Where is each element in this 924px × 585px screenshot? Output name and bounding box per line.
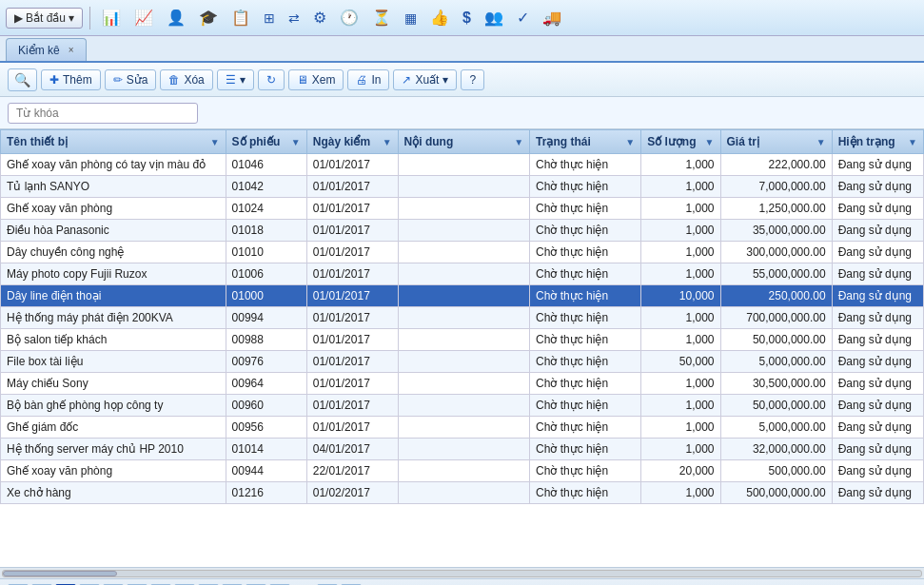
col-ten-thiet-bi: Tên thiết bị ▼ — [1, 130, 226, 154]
cell-so_luong: 1,000 — [641, 417, 720, 439]
cell-ngay_kiem: 01/01/2017 — [306, 329, 398, 351]
check-icon-btn[interactable]: ✓ — [512, 7, 534, 29]
graduation-icon-btn[interactable]: 🎓 — [194, 7, 223, 29]
search-toolbar-icon[interactable]: 🔍 — [8, 68, 37, 91]
cell-trang_thai: Chờ thực hiện — [530, 263, 641, 285]
refresh-button[interactable]: ↻ — [258, 69, 285, 90]
filter-hien-trang-icon[interactable]: ▼ — [908, 137, 917, 147]
table-row[interactable]: Ghế giám đốc0095601/01/2017Chờ thực hiện… — [1, 417, 924, 439]
export-label: Xuất — [415, 73, 439, 87]
cell-hien_trang: Đang sử dụng — [832, 373, 923, 395]
grid-icon-btn[interactable]: ▦ — [400, 9, 422, 28]
table-row[interactable]: Dây chuyền công nghệ0101001/01/2017Chờ t… — [1, 242, 924, 263]
cell-trang_thai: Chờ thực hiện — [530, 307, 641, 329]
person2-icon-btn[interactable]: 👥 — [480, 7, 508, 29]
thumb-icon-btn[interactable]: 👍 — [425, 7, 454, 29]
view-button[interactable]: 🖥 Xem — [288, 69, 344, 90]
cell-hien_trang: Đang sử dụng — [832, 285, 923, 307]
col-so-luong: Số lượng ▼ — [641, 130, 720, 154]
filter-noi-dung-icon[interactable]: ▼ — [514, 137, 523, 147]
tab-label: Kiểm kê — [18, 44, 60, 57]
help-button[interactable]: ? — [461, 69, 484, 90]
table-row[interactable]: Bộ salon tiếp khách0098801/01/2017Chờ th… — [1, 329, 924, 351]
table-row[interactable]: Ghế xoay văn phòng0102401/01/2017Chờ thự… — [1, 198, 924, 220]
export-button[interactable]: ↗ Xuất ▾ — [393, 69, 457, 90]
cell-ten_thiet_bi: Tủ lạnh SANYO — [1, 176, 226, 198]
cell-noi_dung — [398, 285, 529, 307]
cell-gia_tri: 1,250,000.00 — [720, 198, 832, 220]
scrollbar-area[interactable] — [0, 567, 924, 578]
cell-hien_trang: Đang sử dụng — [832, 351, 923, 373]
table-icon-btn[interactable]: ⊞ — [259, 9, 280, 28]
start-label: Bắt đầu — [26, 11, 66, 25]
document-icon-btn[interactable]: 📋 — [226, 7, 255, 29]
cell-hien_trang: Đang sử dụng — [832, 220, 923, 242]
truck-icon-btn[interactable]: 🚚 — [538, 7, 566, 29]
cell-noi_dung — [398, 176, 529, 198]
table-row[interactable]: Ghế xoay văn phòng có tay vịn màu đỏ0104… — [1, 154, 924, 176]
table-row[interactable]: Điều hòa Panasonic0101801/01/2017Chờ thự… — [1, 220, 924, 242]
filter-ngay-kiem-icon[interactable]: ▼ — [383, 137, 392, 147]
start-dropdown-icon: ▾ — [69, 11, 74, 25]
cell-ngay_kiem: 01/01/2017 — [306, 351, 398, 373]
cell-so_luong: 1,000 — [641, 395, 720, 417]
bar-chart-icon-btn[interactable]: 📈 — [129, 7, 158, 29]
cell-so_luong: 1,000 — [641, 198, 720, 220]
cell-trang_thai: Chờ thực hiện — [530, 242, 641, 263]
table-row[interactable]: Máy photo copy Fujii Ruzox0100601/01/201… — [1, 263, 924, 285]
filter-so-phieu-icon[interactable]: ▼ — [291, 137, 301, 147]
transfer-icon-btn[interactable]: ⇄ — [284, 9, 305, 28]
cell-ngay_kiem: 01/01/2017 — [306, 307, 398, 329]
cell-so_phieu: 01014 — [226, 439, 306, 460]
table-row[interactable]: Hệ thống máy phát điện 200KVA0099401/01/… — [1, 307, 924, 329]
dollar-icon-btn[interactable]: $ — [458, 8, 476, 29]
cell-trang_thai: Chờ thực hiện — [530, 154, 641, 176]
help-label: ? — [469, 73, 476, 87]
cell-noi_dung — [398, 263, 529, 285]
filter-gia-tri-icon[interactable]: ▼ — [816, 137, 826, 147]
filter-ten-thiet-bi-icon[interactable]: ▼ — [210, 137, 220, 147]
table-row[interactable]: Máy chiếu Sony0096401/01/2017Chờ thực hi… — [1, 373, 924, 395]
list-button[interactable]: ☰ ▾ — [217, 69, 254, 90]
edit-button[interactable]: ✏ Sửa — [105, 69, 157, 90]
table-row[interactable]: Bộ bàn ghế phòng họp công ty0096001/01/2… — [1, 395, 924, 417]
filter-trang-thai-icon[interactable]: ▼ — [625, 137, 635, 147]
tab-close-icon[interactable]: × — [69, 45, 74, 55]
print-button[interactable]: 🖨 In — [347, 69, 389, 90]
add-button[interactable]: ✚ Thêm — [41, 69, 101, 90]
start-icon: ▶ — [14, 11, 23, 25]
table-row[interactable]: Hệ thống server máy chủ HP 20100101404/0… — [1, 439, 924, 460]
delete-button[interactable]: 🗑 Xóa — [160, 69, 212, 90]
table-row[interactable]: File box tài liệu0097601/01/2017Chờ thực… — [1, 351, 924, 373]
cell-so_phieu: 01024 — [226, 198, 306, 220]
search-input[interactable] — [8, 103, 198, 124]
cell-hien_trang: Đang sử dụng — [832, 263, 923, 285]
data-table: Tên thiết bị ▼ Số phiếu ▼ Ngày kiểm ▼ — [0, 129, 924, 504]
scrollbar-track[interactable] — [2, 570, 922, 577]
cell-ten_thiet_bi: Điều hòa Panasonic — [1, 220, 226, 242]
clock-icon-btn[interactable]: 🕐 — [335, 7, 364, 29]
hourglass-icon-btn[interactable]: ⏳ — [367, 7, 396, 29]
cell-ngay_kiem: 01/01/2017 — [306, 242, 398, 263]
table-row[interactable]: Xe chở hàng0121601/02/2017Chờ thực hiện1… — [1, 482, 924, 504]
cell-hien_trang: Đang sử dụng — [832, 395, 923, 417]
cell-gia_tri: 700,000,000.00 — [720, 307, 832, 329]
cell-hien_trang: Đang sử dụng — [832, 460, 923, 482]
filter-so-luong-icon[interactable]: ▼ — [705, 137, 715, 147]
start-button[interactable]: ▶ Bắt đầu ▾ — [6, 8, 83, 29]
table-row[interactable]: Dây line điện thoại0100001/01/2017Chờ th… — [1, 285, 924, 307]
table-row[interactable]: Tủ lạnh SANYO0104201/01/2017Chờ thực hiệ… — [1, 176, 924, 198]
gear-icon-btn[interactable]: ⚙ — [308, 7, 331, 29]
person-icon-btn[interactable]: 👤 — [162, 7, 190, 29]
col-hien-trang: Hiện trạng ▼ — [832, 130, 923, 154]
cell-so_luong: 1,000 — [641, 242, 720, 263]
col-gia-tri: Giá trị ▼ — [720, 130, 832, 154]
view-label: Xem — [312, 73, 336, 87]
cell-ten_thiet_bi: Dây line điện thoại — [1, 285, 226, 307]
cell-hien_trang: Đang sử dụng — [832, 198, 923, 220]
chart-bar-icon-btn[interactable]: 📊 — [97, 7, 126, 29]
scrollbar-thumb[interactable] — [3, 571, 117, 576]
cell-so_phieu: 00960 — [226, 395, 306, 417]
tab-kiem-ke[interactable]: Kiểm kê × — [6, 38, 87, 61]
table-row[interactable]: Ghế xoay văn phòng0094422/01/2017Chờ thự… — [1, 460, 924, 482]
